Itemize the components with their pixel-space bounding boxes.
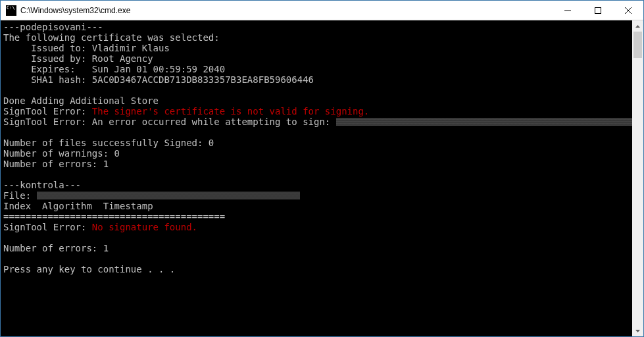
chevron-up-icon (635, 25, 640, 28)
console-line: ======================================== (3, 211, 225, 222)
console-line: ---podepisovani--- (3, 22, 103, 32)
vertical-scrollbar[interactable] (632, 20, 643, 336)
scrollbar-thumb[interactable] (633, 32, 642, 58)
console-line: Done Adding Additional Store (3, 95, 159, 106)
titlebar[interactable]: C:\Windows\system32\cmd.exe (1, 1, 643, 20)
console-output[interactable]: ---podepisovani--- The following certifi… (1, 20, 632, 336)
console-line: SignTool Error: (3, 222, 92, 232)
console-line: SHA1 hash: 5AC0D3467ACCDB713DB833357B3EA… (3, 74, 314, 85)
error-text: The signer's certificate is not valid fo… (92, 106, 369, 117)
svg-marker-4 (635, 25, 640, 28)
console-line: Press any key to continue . . . (3, 264, 175, 274)
console-line: Issued to: Vladimir Klaus (3, 43, 170, 53)
maximize-icon (595, 7, 601, 14)
console-line: Number of errors: 1 (3, 243, 109, 253)
console-line: ---kontrola--- (3, 180, 81, 190)
svg-marker-5 (635, 330, 640, 332)
console-line: Number of warnings: 0 (3, 148, 120, 159)
error-text: No signature found. (92, 222, 197, 232)
window-title: C:\Windows\system32\cmd.exe (20, 6, 553, 15)
redacted-path (37, 192, 300, 199)
close-icon (625, 7, 632, 14)
console-line: Expires: Sun Jan 01 00:59:59 2040 (3, 64, 225, 74)
scrollbar-track[interactable] (632, 32, 643, 325)
console-line: SignTool Error: An error occurred while … (3, 117, 336, 127)
client-area: ---podepisovani--- The following certifi… (1, 20, 643, 336)
console-line: Index Algorithm Timestamp (3, 201, 153, 211)
console-line: The following certificate was selected: (3, 32, 220, 43)
cmd-window: C:\Windows\system32\cmd.exe ---podepisov… (0, 0, 644, 337)
close-button[interactable] (613, 1, 643, 20)
console-line: Number of files successfully Signed: 0 (3, 138, 214, 148)
minimize-button[interactable] (553, 1, 583, 20)
console-line: Number of errors: 1 (3, 159, 109, 169)
console-line: Issued by: Root Agency (3, 53, 153, 64)
scroll-down-button[interactable] (632, 325, 643, 336)
cmd-icon (6, 5, 16, 16)
minimize-icon (564, 7, 571, 14)
scroll-up-button[interactable] (632, 20, 643, 32)
svg-rect-1 (595, 7, 601, 13)
maximize-button[interactable] (583, 1, 613, 20)
chevron-down-icon (635, 330, 640, 332)
console-line: File: (3, 190, 37, 201)
redacted-path (336, 118, 632, 126)
console-line: SignTool Error: (3, 106, 92, 117)
